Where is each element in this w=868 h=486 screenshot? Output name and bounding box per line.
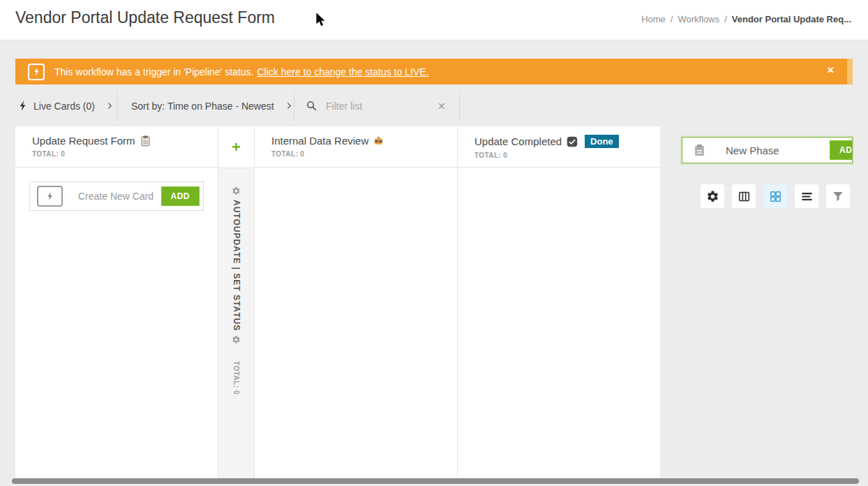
filter-list-group: ✕ (306, 91, 446, 121)
breadcrumb-workflows[interactable]: Workflows (678, 14, 719, 24)
mouse-pointer-icon (315, 12, 326, 31)
lightning-icon (18, 100, 27, 112)
list-icon (800, 190, 814, 203)
divider-body: AUTOUPDATE | SET STATUS TOTAL: 0 (218, 168, 254, 395)
add-phase-button[interactable]: ADD (830, 140, 853, 160)
list-view-button[interactable] (795, 184, 818, 208)
banner-edge-strip (847, 59, 853, 84)
chevron-right-icon (106, 102, 114, 110)
banner-message: This workflow has a trigger in 'Pipeline… (54, 66, 253, 78)
live-cards-label: Live Cards (0) (33, 101, 95, 112)
column-total: TOTAL: 0 (474, 152, 660, 159)
create-card-label: Create New Card (78, 191, 154, 202)
live-cards-selector[interactable]: Live Cards (0) (18, 91, 114, 121)
filter-list-input[interactable] (324, 100, 425, 112)
app-root: Vendor Portal Update Request Form Home/W… (0, 0, 868, 486)
chevron-right-icon (285, 102, 293, 110)
search-icon (306, 100, 317, 112)
clear-filter-icon[interactable]: ✕ (437, 101, 446, 112)
lightning-icon (37, 186, 63, 207)
toolbar-divider (294, 91, 294, 121)
new-phase-input[interactable]: New Phase ADD (682, 137, 853, 163)
toolbar-divider (117, 91, 117, 121)
columns-icon (738, 190, 751, 203)
grid-icon (769, 190, 782, 203)
toolbox-icon (373, 135, 384, 146)
add-card-button[interactable]: ADD (161, 186, 200, 206)
phase-column-internal-data-review: Internal Data Review TOTAL: 0 (255, 126, 457, 478)
gear-icon (706, 190, 719, 203)
clipboard-icon (140, 135, 151, 147)
new-phase-label: New Phase (726, 145, 779, 156)
divider-total: TOTAL: 0 (232, 361, 240, 395)
board-toolbar: Live Cards (0) Sort by: Time on Phase - … (0, 91, 868, 121)
sort-by-label: Sort by: Time on Phase - Newest (131, 101, 274, 112)
column-header[interactable]: Update Request Form TOTAL: 0 (15, 126, 218, 168)
phase-column-update-request-form: Update Request Form TOTAL: 0 Create New … (15, 126, 218, 478)
divider-header: + (218, 126, 254, 168)
checkbox-checked-icon (567, 136, 578, 147)
column-header[interactable]: Update Completed Done TOTAL: 0 (458, 126, 660, 168)
create-new-card-input[interactable]: Create New Card ADD (29, 182, 204, 211)
done-status-badge: Done (585, 135, 619, 148)
breadcrumb-separator: / (724, 14, 727, 24)
breadcrumb: Home/Workflows/Vendor Portal Update Req.… (641, 14, 851, 24)
autoupdate-label: AUTOUPDATE | SET STATUS (232, 200, 241, 331)
phase-column-update-completed: Update Completed Done TOTAL: 0 (457, 126, 660, 478)
toolbar-divider (459, 91, 460, 121)
trigger-status-banner: This workflow has a trigger in 'Pipeline… (15, 59, 853, 84)
top-header: Vendor Portal Update Request Form Home/W… (0, 0, 868, 40)
columns-view-button[interactable] (732, 184, 756, 208)
grid-view-button[interactable] (763, 184, 787, 208)
column-total: TOTAL: 0 (32, 150, 218, 158)
banner-status-link[interactable]: Click here to change the status to LIVE. (257, 66, 428, 78)
column-header[interactable]: Internal Data Review TOTAL: 0 (255, 126, 457, 168)
banner-close-icon[interactable]: ✕ (827, 65, 835, 75)
sort-by-selector[interactable]: Sort by: Time on Phase - Newest (131, 91, 293, 121)
lightning-icon (28, 64, 45, 80)
filter-view-button[interactable] (826, 184, 850, 208)
breadcrumb-separator: / (671, 14, 673, 24)
horizontal-scrollbar-thumb[interactable] (12, 478, 859, 484)
gear-icon (232, 186, 241, 196)
page-title: Vendor Portal Update Request Form (15, 8, 275, 27)
column-title: Internal Data Review (271, 135, 368, 147)
autoupdate-divider-column: + AUTOUPDATE | SET STATUS TOTAL: 0 (218, 126, 255, 478)
column-total: TOTAL: 0 (271, 150, 457, 158)
funnel-icon (832, 190, 844, 202)
add-phase-plus-button[interactable]: + (232, 140, 241, 155)
breadcrumb-current: Vendor Portal Update Req... (732, 14, 851, 24)
breadcrumb-home[interactable]: Home (641, 14, 666, 24)
gear-icon (232, 335, 241, 344)
column-title: Update Request Form (32, 135, 135, 147)
clipboard-icon (694, 143, 705, 160)
column-title: Update Completed (474, 135, 562, 147)
settings-button[interactable] (701, 184, 724, 208)
